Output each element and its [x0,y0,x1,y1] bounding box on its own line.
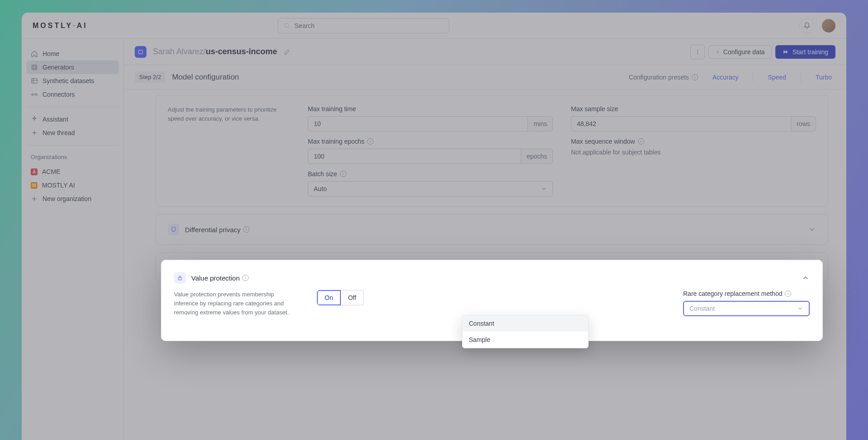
rare-category-dropdown: Constant Sample [462,315,589,348]
chevron-down-icon [797,305,803,312]
dropdown-option-sample[interactable]: Sample [462,332,588,348]
modal-backdrop[interactable] [0,0,868,440]
value-protection-desc: Value protection prevents membership inf… [174,290,297,317]
section-title: Value protection [191,274,240,282]
info-icon[interactable]: i [242,275,249,281]
toggle-on[interactable]: On [317,290,341,305]
select-value: Constant [689,305,715,312]
rare-category-label: Rare category replacement method i [683,290,810,297]
rare-category-select[interactable]: Constant [683,301,810,316]
info-icon[interactable]: i [785,290,791,297]
chevron-up-icon[interactable] [802,274,810,282]
dropdown-option-constant[interactable]: Constant [462,315,588,332]
lock-icon [174,272,186,284]
toggle-off[interactable]: Off [341,290,364,305]
svg-rect-20 [179,277,182,280]
value-protection-toggle: On Off [317,290,364,305]
